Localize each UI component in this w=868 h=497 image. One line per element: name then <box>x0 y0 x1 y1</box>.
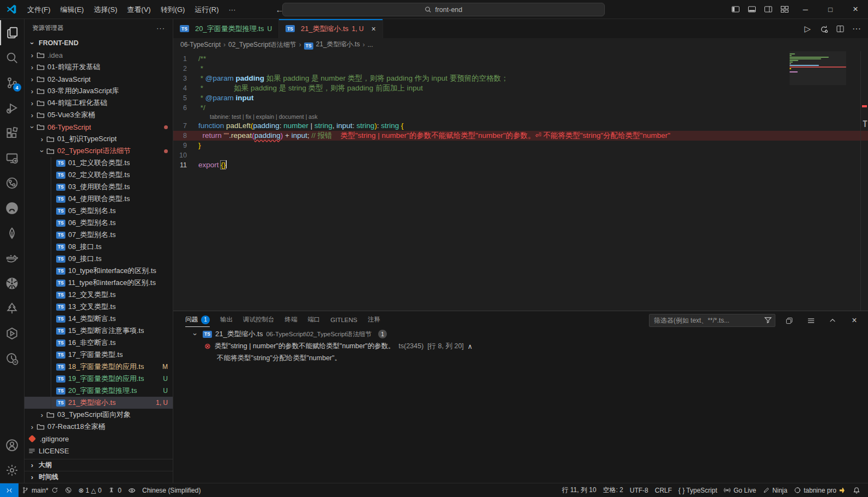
line-number[interactable]: 2 <box>173 64 198 74</box>
problems-file-row[interactable]: › TS 21_类型缩小.ts 06-TypeScript\02_TypeScr… <box>173 328 868 340</box>
statusbar-ninja[interactable]: Ninja <box>760 483 791 497</box>
view-as-list-icon[interactable] <box>803 313 819 328</box>
statusbar-ports[interactable]: 0 <box>105 483 125 497</box>
breadcrumb-item[interactable]: ... <box>367 41 373 49</box>
menu-item[interactable]: 运行(R) <box>190 3 223 16</box>
tree-item[interactable]: TS05_类型别名.ts <box>25 205 173 217</box>
tree-item[interactable]: TS01_定义联合类型.ts <box>25 157 173 169</box>
activity-mongodb[interactable] <box>0 221 25 246</box>
line-number[interactable]: 5 <box>173 93 198 103</box>
menu-item[interactable]: 转到(G) <box>156 3 190 16</box>
tree-item[interactable]: TS21_类型缩小.ts1, U <box>25 397 173 409</box>
tree-item[interactable]: ›07-React18全家桶 <box>25 421 173 433</box>
close-tab-icon[interactable]: × <box>372 25 376 33</box>
tree-item[interactable]: TS08_接口.ts <box>25 241 173 253</box>
menu-item[interactable]: 文件(F) <box>22 3 56 16</box>
collapse-related-icon[interactable]: ∧ <box>468 342 472 350</box>
more-actions-icon[interactable]: ··· <box>849 21 864 37</box>
statusbar-tabnine[interactable]: tabnine pro <box>791 483 849 497</box>
minimap[interactable] <box>790 53 836 119</box>
line-number[interactable]: 7 <box>173 121 198 131</box>
activity-timer[interactable] <box>0 346 25 371</box>
breadcrumb-item[interactable]: 06-TypeScript <box>180 41 221 49</box>
statusbar-git-branch[interactable]: main* <box>19 483 62 497</box>
line-number[interactable]: 4 <box>173 83 198 93</box>
tree-item[interactable]: ›05-Vue3全家桶 <box>25 109 173 121</box>
tree-item[interactable]: ›01-前端开发基础 <box>25 61 173 73</box>
activity-extensions[interactable] <box>0 120 25 146</box>
tree-item[interactable]: TS19_字面量类型的应用.tsU <box>25 373 173 385</box>
tree-root-front-end[interactable]: › FRONT-END <box>25 37 173 49</box>
activity-hexagon-play[interactable] <box>0 321 25 346</box>
tabnine-codelens[interactable]: tabnine: test | fix | explain | document… <box>173 113 868 121</box>
toggle-sidebar-icon[interactable] <box>727 2 744 17</box>
tree-item[interactable]: TS13_交叉类型.ts <box>25 301 173 313</box>
tree-item[interactable]: TS18_字面量类型的应用.tsM <box>25 361 173 373</box>
tree-item[interactable]: ›06-TypeScript <box>25 121 173 133</box>
line-number[interactable]: 3 <box>173 74 198 83</box>
statusbar-problems-summary[interactable]: ⊗ 1 △ 0 <box>75 483 105 497</box>
panel-tab-端口[interactable]: 端口 <box>304 312 325 327</box>
panel-tab-问题[interactable]: 问题1 <box>181 312 214 328</box>
breadcrumb-item[interactable]: TS21_类型缩小.ts <box>304 40 360 50</box>
tree-item[interactable]: TS15_类型断言注意事项.ts <box>25 325 173 337</box>
activity-search[interactable] <box>0 45 25 70</box>
menu-item[interactable]: 查看(V) <box>122 3 155 16</box>
statusbar-go-live[interactable]: Go Live <box>720 483 759 497</box>
panel-tab-终端[interactable]: 终端 <box>281 312 302 327</box>
tree-item[interactable]: ›01_初识TypeScript <box>25 133 173 145</box>
tree-item[interactable]: TS04_使用联合类型.ts <box>25 193 173 205</box>
tree-item[interactable]: TS20_字面量类型推理.tsU <box>25 385 173 397</box>
problems-filter-input[interactable]: 筛选器(例如 text、**/*.ts... <box>649 314 775 327</box>
tree-item[interactable]: TS02_定义联合类型.ts <box>25 169 173 181</box>
sidebar-more-actions[interactable]: ··· <box>156 24 165 32</box>
tree-item[interactable]: TS14_类型断言.ts <box>25 313 173 325</box>
activity-accounts[interactable] <box>0 433 25 458</box>
activity-source-control[interactable]: 4 <box>0 70 25 95</box>
tree-item[interactable]: ›03_TypeScript面向对象 <box>25 409 173 421</box>
activity-kubernetes[interactable] <box>0 271 25 296</box>
split-editor-icon[interactable] <box>833 21 847 37</box>
panel-tab-GITLENS[interactable]: GITLENS <box>326 313 362 326</box>
tree-item[interactable]: TS07_类型别名.ts <box>25 229 173 241</box>
line-number[interactable]: 9 <box>173 141 198 150</box>
activity-remote-explorer[interactable] <box>0 146 25 171</box>
outline-section[interactable]: › 大纲 <box>25 459 173 471</box>
close-button[interactable]: × <box>843 0 868 19</box>
activity-github[interactable] <box>0 196 25 221</box>
statusbar-encoding[interactable]: UTF-8 <box>627 483 652 497</box>
line-number[interactable]: 1 <box>173 54 198 64</box>
tree-item[interactable]: TS16_非空断言.ts <box>25 337 173 349</box>
tree-item[interactable]: ›02_TypeScript语法细节 <box>25 145 173 157</box>
menu-item[interactable]: ··· <box>223 3 240 16</box>
panel-tab-输出[interactable]: 输出 <box>216 312 237 327</box>
activity-docker[interactable] <box>0 246 25 271</box>
tree-item[interactable]: TS09_接口.ts <box>25 253 173 265</box>
tree-item[interactable]: TS10_type和interface的区别.ts <box>25 265 173 277</box>
problems-error-row[interactable]: ⊗ 类型"string | number"的参数不能赋给类型"number"的参… <box>173 340 868 352</box>
activity-settings[interactable] <box>0 458 25 483</box>
maximize-button[interactable]: □ <box>818 0 843 19</box>
editor-tab[interactable]: TS21_类型缩小.ts1, U× <box>279 19 383 38</box>
close-panel-icon[interactable]: × <box>846 313 863 328</box>
tree-item[interactable]: TS03_使用联合类型.ts <box>25 181 173 193</box>
line-number[interactable]: 10 <box>173 150 198 160</box>
tree-item[interactable]: TS12_交叉类型.ts <box>25 289 173 301</box>
panel-tab-调试控制台[interactable]: 调试控制台 <box>239 312 279 327</box>
line-number[interactable]: 8 <box>173 131 198 141</box>
tree-item[interactable]: TS17_字面量类型.ts <box>25 349 173 361</box>
tree-item[interactable]: ›02-JavaScript <box>25 73 173 85</box>
statusbar-notifications[interactable] <box>849 483 864 497</box>
customize-layout-icon[interactable] <box>776 2 793 17</box>
activity-explorer[interactable] <box>0 20 25 45</box>
statusbar-cursor-position[interactable]: 行 11, 列 10 <box>559 483 599 497</box>
activity-git-graph[interactable] <box>0 171 25 196</box>
run-file-icon[interactable]: ▷ <box>800 21 815 37</box>
statusbar-display-language[interactable]: Chinese (Simplified) <box>139 483 204 497</box>
statusbar-git-graph[interactable] <box>62 483 75 497</box>
tree-item[interactable]: LICENSE <box>25 445 173 457</box>
menu-item[interactable]: 编辑(E) <box>56 3 89 16</box>
editor-tab[interactable]: TS20_字面量类型推理.tsU <box>173 19 279 38</box>
toggle-secondary-sidebar-icon[interactable] <box>760 2 776 17</box>
panel-tab-注释[interactable]: 注释 <box>363 312 385 327</box>
